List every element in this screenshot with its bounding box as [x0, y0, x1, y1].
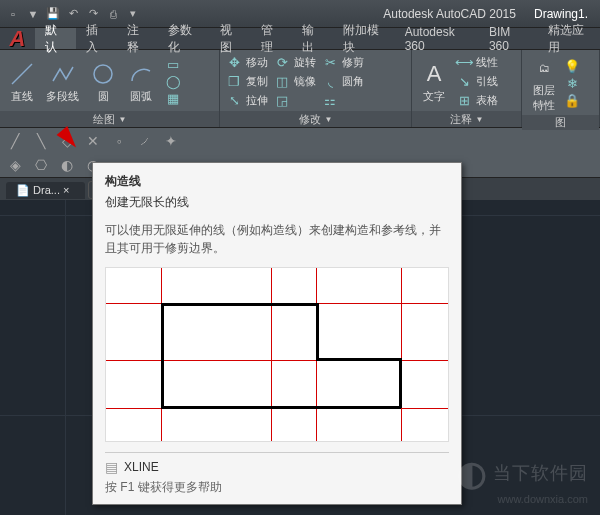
qat-save[interactable]: 💾 — [44, 5, 62, 23]
tooltip-help: 按 F1 键获得更多帮助 — [105, 479, 449, 496]
layer-prop-button[interactable]: 🗂图层 特性 — [526, 52, 562, 115]
trim-button[interactable]: ✂修剪 — [320, 54, 366, 72]
tab-bim360[interactable]: BIM 360 — [479, 28, 538, 49]
tab-manage[interactable]: 管理 — [251, 28, 292, 49]
app-menu[interactable]: A — [0, 28, 35, 49]
stretch-button[interactable]: ⤡拉伸 — [224, 92, 270, 110]
layer-on-icon[interactable]: 💡 — [564, 59, 580, 75]
tab-featured[interactable]: 精选应用 — [538, 28, 600, 49]
leader-button[interactable]: ↘引线 — [454, 73, 500, 91]
tab-insert[interactable]: 插入 — [76, 28, 117, 49]
tooltip-desc: 可以使用无限延伸的线（例如构造线）来创建构造和参考线，并且其可用于修剪边界。 — [105, 221, 449, 257]
svg-point-1 — [94, 65, 112, 83]
text-button[interactable]: A文字 — [416, 58, 452, 106]
tab-addins[interactable]: 附加模块 — [333, 28, 395, 49]
misc-tool-3[interactable]: ◐ — [56, 154, 78, 176]
expand-icon[interactable]: ▼ — [476, 115, 484, 124]
helix-tool[interactable]: ✦ — [160, 130, 182, 152]
svg-line-0 — [12, 64, 32, 84]
array-button[interactable]: ⚏ — [320, 92, 366, 110]
qat-open[interactable]: ▼ — [24, 5, 42, 23]
tooltip-cmd: XLINE — [124, 460, 159, 474]
layer-lock-icon[interactable]: 🔒 — [564, 93, 580, 109]
tab-view[interactable]: 视图 — [210, 28, 251, 49]
arc-button[interactable]: 圆弧 — [123, 58, 159, 106]
app-title: Autodesk AutoCAD 2015 — [383, 7, 516, 21]
qat-undo[interactable]: ↶ — [64, 5, 82, 23]
command-icon: ▤ — [105, 459, 118, 475]
expand-icon[interactable]: ▼ — [119, 115, 127, 124]
tooltip-title: 构造线 — [105, 173, 449, 190]
scale-button[interactable]: ◲ — [272, 92, 318, 110]
modify-panel-label: 修改 — [299, 112, 321, 127]
region-tool[interactable]: ⟋ — [134, 130, 156, 152]
tab-output[interactable]: 输出 — [292, 28, 333, 49]
qat-more[interactable]: ▾ — [124, 5, 142, 23]
tooltip-sub: 创建无限长的线 — [105, 194, 449, 211]
misc-tool-1[interactable]: ◈ — [4, 154, 26, 176]
qat-new[interactable]: ▫ — [4, 5, 22, 23]
layer-panel-label: 图 — [555, 115, 566, 130]
mirror-button[interactable]: ◫镜像 — [272, 73, 318, 91]
xline-tool[interactable]: ╱ — [4, 130, 26, 152]
move-button[interactable]: ✥移动 — [224, 54, 270, 72]
line-button[interactable]: 直线 — [4, 58, 40, 106]
rotate-button[interactable]: ⟳旋转 — [272, 54, 318, 72]
draw-panel-label: 绘图 — [93, 112, 115, 127]
divide-tool[interactable]: ◦ — [108, 130, 130, 152]
circle-button[interactable]: 圆 — [85, 58, 121, 106]
tooltip: 构造线 创建无限长的线 可以使用无限延伸的线（例如构造线）来创建构造和参考线，并… — [92, 162, 462, 505]
doc-title: Drawing1. — [534, 7, 588, 21]
tab-parametric[interactable]: 参数化 — [158, 28, 210, 49]
doc-tab[interactable]: 📄 Dra... × — [6, 182, 85, 199]
hatch-icon[interactable]: ▦ — [165, 91, 181, 107]
watermark: ◐ 当下软件园 www.downxia.com — [457, 453, 588, 505]
tab-a360[interactable]: Autodesk 360 — [395, 28, 479, 49]
annot-panel-label: 注释 — [450, 112, 472, 127]
qat-redo[interactable]: ↷ — [84, 5, 102, 23]
tab-default[interactable]: 默认 — [35, 28, 76, 49]
misc-tool-2[interactable]: ⎔ — [30, 154, 52, 176]
layer-freeze-icon[interactable]: ❄ — [564, 76, 580, 92]
table-button[interactable]: ⊞表格 — [454, 92, 500, 110]
copy-button[interactable]: ❐复制 — [224, 73, 270, 91]
qat-print[interactable]: ⎙ — [104, 5, 122, 23]
ellipse-icon[interactable]: ◯ — [165, 74, 181, 90]
linear-button[interactable]: ⟷线性 — [454, 54, 500, 72]
expand-icon[interactable]: ▼ — [325, 115, 333, 124]
tab-annotate[interactable]: 注释 — [117, 28, 158, 49]
polyline-button[interactable]: 多段线 — [42, 58, 83, 106]
tooltip-image — [105, 267, 449, 442]
rect-icon[interactable]: ▭ — [165, 57, 181, 73]
spline-tool[interactable]: ✕ — [82, 130, 104, 152]
ray-tool[interactable]: ╲ — [30, 130, 52, 152]
fillet-button[interactable]: ◟圆角 — [320, 73, 366, 91]
